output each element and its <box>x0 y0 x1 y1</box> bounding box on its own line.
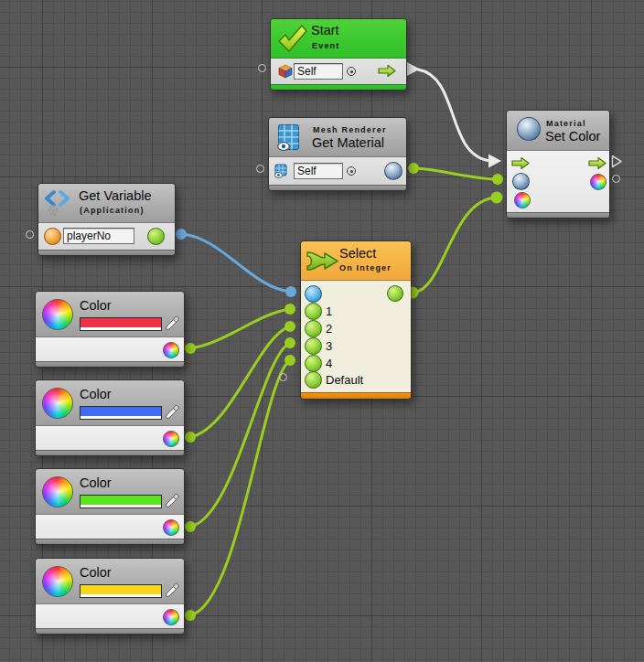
node-subtitle: On Integer <box>339 263 392 272</box>
branch-4-port[interactable] <box>305 355 322 372</box>
alpha-bar <box>80 594 161 597</box>
node-color-literal-1[interactable]: Color <box>35 291 185 368</box>
flow-output-port[interactable] <box>377 64 397 78</box>
node-title: Select <box>339 246 376 261</box>
node-title: Start <box>311 23 339 37</box>
node-title: Color <box>80 387 112 401</box>
node-start-event[interactable]: Start Event <box>270 18 407 91</box>
target-self-input[interactable] <box>294 163 343 179</box>
node-color-literal-3[interactable]: Color <box>35 468 185 545</box>
flow-arrowhead-start <box>407 62 420 76</box>
color-wheel-icon <box>42 299 73 330</box>
node-title: Get Variable <box>79 188 152 203</box>
node-subtitle: (Application) <box>80 206 145 215</box>
node-color-literal-4[interactable]: Color <box>35 558 185 635</box>
wire-color4-to-select[interactable] <box>190 360 290 615</box>
select-merge-icon <box>306 249 340 273</box>
target-dot-icon <box>347 67 356 76</box>
eyedropper-icon[interactable] <box>165 582 180 598</box>
color-output-port[interactable] <box>163 609 179 625</box>
flow-input-port[interactable] <box>510 156 531 170</box>
color-input-port[interactable] <box>514 192 531 208</box>
target-dot-icon <box>347 166 356 176</box>
wire-color1-to-select[interactable] <box>190 309 290 348</box>
node-select-on-integer[interactable]: Select On Integer 1 2 3 4 Default <box>300 240 412 400</box>
variable-name-input-port[interactable] <box>44 228 61 245</box>
node-title: Get Material <box>312 135 384 150</box>
flow-arrowhead-end <box>488 155 501 168</box>
color-output-port[interactable] <box>163 519 179 536</box>
node-get-material[interactable]: Mesh Renderer Get Material <box>268 117 407 191</box>
wire-playerno-to-select[interactable] <box>181 234 291 292</box>
wire-color3-to-select[interactable] <box>190 343 290 527</box>
branch-default-port[interactable] <box>305 371 322 389</box>
unconnected-port-indicator <box>279 373 287 381</box>
color-output-port[interactable] <box>590 174 606 190</box>
eyedropper-icon[interactable] <box>165 404 180 420</box>
color-swatch[interactable] <box>80 495 162 508</box>
branch-1-port[interactable] <box>305 303 322 320</box>
branch-3-port[interactable] <box>305 337 322 355</box>
branch-label: Default <box>326 373 363 387</box>
mesh-renderer-mini-icon <box>274 164 289 178</box>
node-title: Set Color <box>545 129 600 144</box>
unconnected-port-indicator <box>258 64 266 72</box>
node-subtitle: Event <box>312 41 340 50</box>
wire-start-to-setcolor-flow[interactable] <box>418 69 490 161</box>
material-sphere-icon <box>517 117 541 141</box>
selection-output-port[interactable] <box>387 285 403 302</box>
node-title: Color <box>80 565 112 580</box>
node-set-color[interactable]: Material Set Color <box>506 110 610 219</box>
color-output-port[interactable] <box>163 342 179 358</box>
color-swatch[interactable] <box>80 406 162 420</box>
color-wheel-icon <box>42 476 73 507</box>
variable-value-output-port[interactable] <box>147 228 165 245</box>
color-wheel-icon <box>42 566 73 597</box>
node-title: Color <box>80 475 112 490</box>
unconnected-port-indicator <box>256 165 264 173</box>
unconnected-port-indicator <box>612 175 620 183</box>
gameobject-cube-icon <box>278 64 293 79</box>
variable-name-input[interactable] <box>63 228 134 244</box>
check-icon <box>276 23 309 54</box>
alpha-bar <box>80 505 161 507</box>
eyedropper-icon[interactable] <box>165 493 180 508</box>
color-wheel-icon <box>42 388 73 419</box>
material-input-port[interactable] <box>512 173 530 190</box>
target-self-input[interactable] <box>294 63 343 80</box>
node-color-literal-2[interactable]: Color <box>35 379 185 456</box>
alpha-bar <box>80 416 161 419</box>
wire-select-to-setcolor[interactable] <box>413 198 497 293</box>
color-swatch[interactable] <box>80 584 162 598</box>
wire-color2-to-select[interactable] <box>190 326 290 437</box>
branch-label: 4 <box>326 357 332 370</box>
unconnected-flow-indicator <box>611 155 623 168</box>
wire-getmaterial-to-setcolor[interactable] <box>413 168 498 179</box>
color-output-port[interactable] <box>163 431 179 447</box>
unconnected-port-indicator <box>26 230 34 239</box>
graph-canvas[interactable]: Start Event Mesh Rende <box>0 0 644 662</box>
node-subtitle: Mesh Renderer <box>313 125 387 134</box>
flow-output-port[interactable] <box>587 156 607 170</box>
eyedropper-icon[interactable] <box>165 315 180 331</box>
node-subtitle: Material <box>546 119 586 128</box>
variable-icon <box>44 189 73 217</box>
selector-input-port[interactable] <box>305 285 322 303</box>
color-swatch[interactable] <box>80 317 162 331</box>
mesh-renderer-icon <box>277 123 300 151</box>
alpha-bar <box>80 327 161 330</box>
branch-label: 3 <box>326 339 332 353</box>
branch-label: 1 <box>326 304 332 318</box>
node-get-variable[interactable]: Get Variable (Application) <box>38 183 176 256</box>
material-output-port[interactable] <box>384 162 402 180</box>
node-title: Color <box>80 298 112 313</box>
branch-label: 2 <box>326 322 332 336</box>
branch-2-port[interactable] <box>305 320 322 337</box>
